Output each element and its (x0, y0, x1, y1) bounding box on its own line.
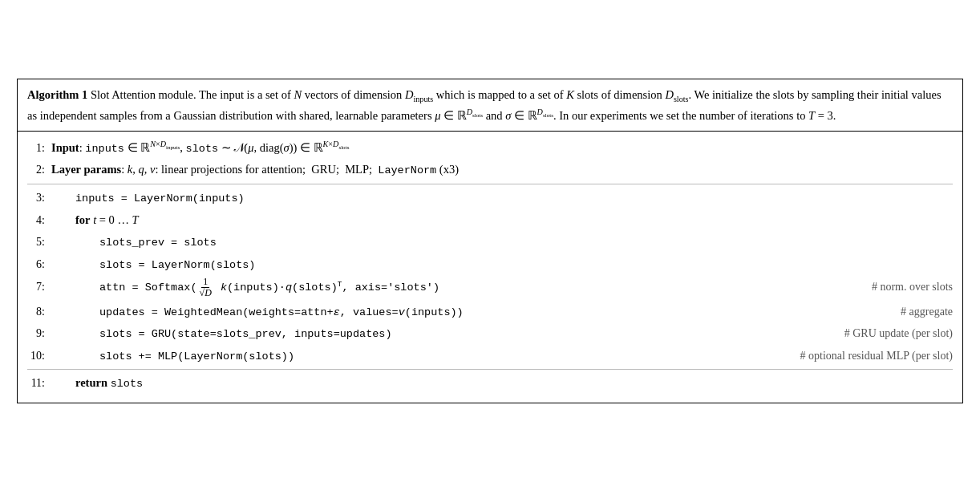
divider (27, 184, 953, 184)
line-8-comment: # aggregate (792, 303, 953, 321)
line-9-comment: # GRU update (per slot) (792, 325, 953, 342)
line-content-7: attn = Softmax(1√D k(inputs)·q(slots)T, … (51, 277, 953, 298)
line-number-11: 11: (27, 375, 51, 392)
line-content-5: slots_prev = slots (51, 233, 953, 252)
algorithm-title: Algorithm 1 (27, 88, 87, 101)
algo-line-8: 8: updates = WeightedMean(weights=attn+ε… (27, 301, 953, 323)
line-10-comment: # optional residual MLP (per slot) (768, 347, 953, 365)
line-content-10: slots += MLP(LayerNorm(slots)) # optiona… (51, 346, 953, 366)
line-content-3: inputs = LayerNorm(inputs) (51, 188, 953, 208)
line-content-6: slots = LayerNorm(slots) (51, 255, 953, 274)
line-content-9: slots = GRU(state=slots_prev, inputs=upd… (51, 324, 953, 343)
algo-line-6: 6: slots = LayerNorm(slots) (27, 253, 953, 276)
line-number-3: 3: (27, 189, 51, 207)
line-content-4: for t = 0 … T (51, 211, 953, 229)
line-7-math: attn = Softmax(1√D k(inputs)·q(slots)T, … (99, 277, 439, 298)
algo-line-7: 7: attn = Softmax(1√D k(inputs)·q(slots)… (27, 275, 953, 300)
line-content-1: Input: inputs ∈ ℝN×Dinputs, slots ∼ 𝒩(μ,… (51, 138, 953, 157)
algo-line-11: 11: return slots (27, 372, 953, 395)
line-number-4: 4: (27, 212, 51, 229)
algorithm-body: 1: Input: inputs ∈ ℝN×Dinputs, slots ∼ 𝒩… (18, 132, 962, 403)
line-number-5: 5: (27, 233, 51, 251)
line-10-code: slots += MLP(LayerNorm(slots)) (99, 346, 294, 366)
algo-line-4: 4: for t = 0 … T (27, 209, 953, 231)
line-content-2: Layer params: k, q, v: linear projection… (51, 160, 953, 180)
line-number-9: 9: (27, 325, 51, 342)
algo-line-5: 5: slots_prev = slots (27, 231, 953, 253)
line-number-6: 6: (27, 256, 51, 273)
line-9-code: slots = GRU(state=slots_prev, inputs=upd… (99, 324, 392, 343)
algorithm-header: Algorithm 1 Slot Attention module. The i… (18, 79, 962, 132)
line-number-2: 2: (27, 161, 51, 179)
algo-line-1: 1: Input: inputs ∈ ℝN×Dinputs, slots ∼ 𝒩… (27, 136, 953, 159)
algo-line-2: 2: Layer params: k, q, v: linear project… (27, 159, 953, 181)
line-number-7: 7: (27, 278, 51, 296)
line-content-11: return slots (51, 374, 953, 393)
line-number-1: 1: (27, 140, 51, 157)
line-number-10: 10: (27, 347, 51, 365)
line-content-8: updates = WeightedMean(weights=attn+ε, v… (51, 302, 953, 322)
divider-2 (27, 369, 953, 370)
line-number-8: 8: (27, 303, 51, 321)
algo-line-3: 3: inputs = LayerNorm(inputs) (27, 187, 953, 209)
algorithm-box: Algorithm 1 Slot Attention module. The i… (17, 79, 963, 403)
algorithm-description: Slot Attention module. The input is a se… (27, 88, 942, 121)
algo-line-9: 9: slots = GRU(state=slots_prev, inputs=… (27, 322, 953, 345)
line-8-code: updates = WeightedMean(weights=attn+ε, v… (99, 302, 464, 322)
algo-line-10: 10: slots += MLP(LayerNorm(slots)) # opt… (27, 345, 953, 367)
line-7-comment: # norm. over slots (792, 278, 953, 296)
